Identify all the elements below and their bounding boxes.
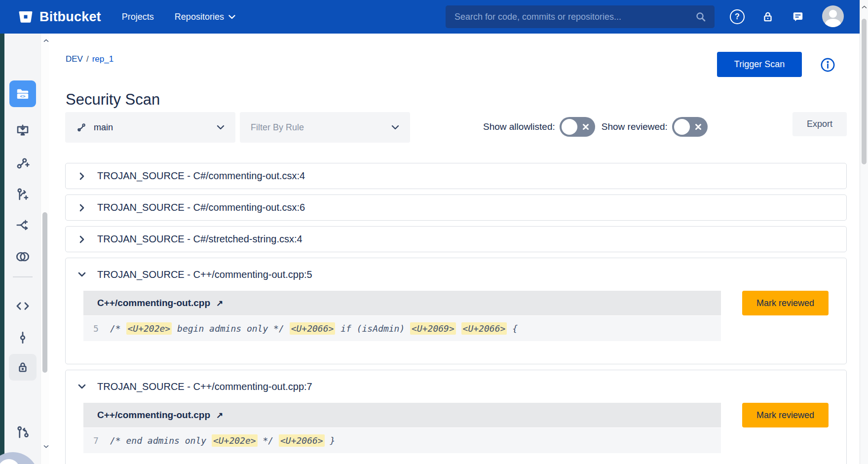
unicode-token: <U+2069> [410, 322, 456, 335]
unicode-token: <U+2066> [461, 322, 507, 335]
finding-title: TROJAN_SOURCE - C++/commenting-out.cpp:5 [97, 269, 312, 280]
findings-list: TROJAN_SOURCE - C#/commenting-out.csx:4 … [65, 163, 847, 464]
branch-select-value: main [94, 122, 113, 133]
toggle-knob [674, 119, 690, 135]
sidebar-item-clone[interactable] [11, 119, 35, 143]
sidebar-item-source[interactable] [11, 294, 35, 318]
rule-filter-placeholder: Filter By Rule [251, 122, 304, 133]
code-line: /* <U+202e> begin admins only */ <U+2066… [110, 323, 518, 334]
scrollbar-thumb[interactable] [862, 19, 867, 164]
help-icon[interactable]: ? [729, 8, 746, 25]
finding-header[interactable]: TROJAN_SOURCE - C#/commenting-out.csx:4 [66, 163, 846, 189]
finding-header[interactable]: TROJAN_SOURCE - C#/commenting-out.csx:6 [66, 195, 846, 220]
sidebar-item-create-branch[interactable] [11, 183, 35, 206]
sidebar-item-code-browser[interactable]: <> [9, 80, 36, 107]
sidebar-scroll-up-icon[interactable] [42, 37, 50, 44]
avatar[interactable] [822, 5, 844, 27]
top-nav: Bitbucket Projects Repositories ? [0, 0, 868, 34]
finding-title: TROJAN_SOURCE - C++/commenting-out.cpp:7 [97, 381, 312, 392]
finding-header[interactable]: TROJAN_SOURCE - C++/commenting-out.cpp:7 [66, 370, 846, 403]
show-allowlisted-toggle[interactable] [560, 117, 595, 137]
finding-card: TROJAN_SOURCE - C#/commenting-out.csx:4 [65, 163, 847, 189]
sidebar-divider [13, 276, 33, 277]
code-line-number: 5 [93, 323, 110, 334]
chevron-down-icon [228, 15, 235, 19]
toggle-off-icon [582, 123, 589, 130]
code-text: } [325, 435, 336, 446]
breadcrumb-separator: / [86, 54, 89, 64]
scroll-up-icon[interactable] [860, 3, 868, 11]
mark-reviewed-button[interactable]: Mark reviewed [742, 291, 829, 315]
bitbucket-mark-icon [18, 9, 34, 25]
svg-text:<>: <> [20, 93, 26, 99]
mark-reviewed-button[interactable]: Mark reviewed [742, 403, 829, 427]
page-title: Security Scan [66, 91, 160, 109]
sidebar-scrollbar[interactable] [40, 34, 49, 464]
toggle-row: Show allowlisted: Show reviewed: [483, 117, 710, 137]
breadcrumb-repo-link[interactable]: rep_1 [92, 54, 113, 64]
rule-filter-select[interactable]: Filter By Rule [240, 112, 410, 143]
sidebar-scroll-down-icon[interactable] [42, 442, 50, 450]
bitbucket-logo[interactable]: Bitbucket [18, 9, 101, 25]
show-reviewed-toggle[interactable] [672, 117, 708, 137]
toggle-knob [562, 119, 577, 135]
lock-icon[interactable] [759, 8, 776, 25]
chevron-right-icon [79, 204, 84, 212]
show-reviewed-label: Show reviewed: [602, 121, 668, 132]
sidebar-item-create-fork[interactable] [11, 213, 35, 237]
brand-name: Bitbucket [39, 9, 101, 25]
nav-item-repositories[interactable]: Repositories [175, 12, 235, 22]
code-line: /* end admins only <U+202e> */ <U+2066> … [110, 435, 335, 446]
file-bar[interactable]: C++/commenting-out.cpp ↗ [83, 291, 721, 315]
finding-title: TROJAN_SOURCE - C#/commenting-out.csx:6 [97, 202, 305, 213]
code-text: if (isAdmin) [335, 323, 410, 334]
finding-file-name: C++/commenting-out.cpp [97, 410, 210, 421]
breadcrumb: DEV / rep_1 [66, 54, 113, 64]
chevron-down-icon [78, 384, 86, 389]
chevron-right-icon [79, 235, 84, 243]
file-bar[interactable]: C++/commenting-out.cpp ↗ [83, 403, 721, 427]
external-link-icon[interactable]: ↗ [216, 298, 223, 309]
trigger-scan-button[interactable]: Trigger Scan [717, 52, 802, 77]
breadcrumb-project-link[interactable]: DEV [66, 54, 83, 64]
sidebar: <> [4, 34, 40, 464]
sidebar-item-compare[interactable] [11, 245, 35, 269]
code-text: { [507, 323, 518, 334]
sidebar-scrollbar-thumb[interactable] [42, 212, 47, 373]
feedback-icon[interactable] [790, 8, 806, 25]
code-text: */ [258, 435, 279, 446]
finding-card: TROJAN_SOURCE - C#/commenting-out.csx:6 [65, 194, 847, 221]
finding-card: TROJAN_SOURCE - C++/commenting-out.cpp:7… [65, 370, 847, 464]
window-edge-strip [0, 34, 4, 464]
unicode-token: <U+202e> [212, 434, 258, 447]
code-text: /* [110, 323, 126, 334]
branch-icon [76, 122, 87, 133]
sidebar-item-pull-requests[interactable] [11, 421, 35, 444]
sidebar-item-create-commit[interactable] [11, 151, 35, 175]
code-line-number: 7 [93, 435, 110, 446]
finding-file-name: C++/commenting-out.cpp [97, 298, 210, 309]
finding-header[interactable]: TROJAN_SOURCE - C++/commenting-out.cpp:5 [66, 258, 846, 291]
external-link-icon[interactable]: ↗ [216, 410, 223, 421]
sidebar-item-security-scan[interactable] [9, 354, 37, 381]
global-search [446, 5, 715, 28]
search-input[interactable] [453, 11, 695, 23]
chevron-right-icon [79, 172, 84, 180]
code-text [456, 323, 461, 334]
unicode-token: <U+202e> [126, 322, 172, 335]
chevron-down-icon [391, 125, 399, 130]
sidebar-item-commits[interactable] [11, 326, 35, 349]
chevron-down-icon [78, 272, 86, 277]
export-button[interactable]: Export [793, 112, 847, 136]
nav-item-projects[interactable]: Projects [122, 12, 154, 22]
page-scrollbar[interactable] [860, 0, 868, 464]
show-allowlisted-label: Show allowlisted: [483, 121, 555, 132]
toggle-off-icon [695, 123, 702, 130]
code-text: /* end admins only [110, 435, 212, 446]
finding-card: TROJAN_SOURCE - C#/stretched-string.csx:… [65, 226, 847, 252]
search-icon[interactable] [695, 11, 707, 23]
finding-title: TROJAN_SOURCE - C#/commenting-out.csx:4 [97, 170, 305, 182]
branch-select[interactable]: main [65, 112, 235, 143]
info-icon[interactable] [820, 57, 836, 73]
finding-header[interactable]: TROJAN_SOURCE - C#/stretched-string.csx:… [66, 227, 846, 252]
